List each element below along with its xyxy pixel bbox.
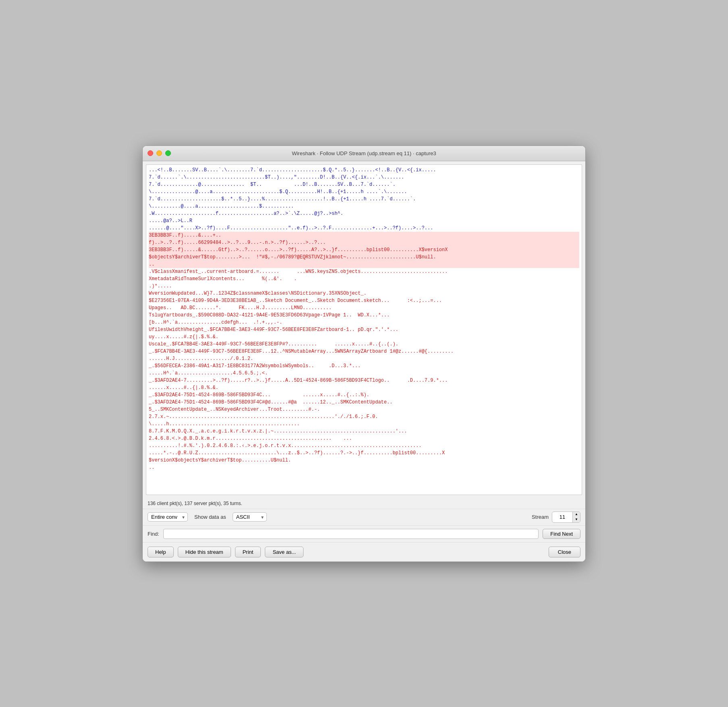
stream-line: $versionX$objectsY$archiverT$top........…	[149, 457, 579, 464]
hide-stream-button[interactable]: Hide this stream	[178, 547, 231, 557]
stream-line: 2.4.6.8.<.>.@.B.D.k.m.r.................…	[149, 435, 579, 442]
stream-line: 7.`d.............@............... $T.. .…	[149, 181, 579, 188]
help-button[interactable]: Help	[148, 547, 174, 557]
stream-line: Upages.. AD.BC.......*. FK....H.J.......…	[149, 304, 579, 312]
stream-line: $objectsY$archiverT$top........>... !"#$…	[149, 254, 579, 261]
save-as-button[interactable]: Save as...	[265, 547, 304, 557]
window-title: Wireshark · Follow UDP Stream (udp.strea…	[292, 150, 436, 156]
stream-line: \...............@....a..................…	[149, 188, 579, 195]
find-bar: Find: Find Next	[143, 525, 585, 542]
show-data-as-select-wrapper[interactable]: ASCII Hex C Arrays YAML ▼	[233, 512, 267, 522]
stream-line: 5_..SMKContentUpdate_..NSKeyedArchiver..…	[149, 406, 579, 413]
stream-down-button[interactable]: ▼	[573, 517, 580, 522]
stream-line: 7.`d.....................$..*..5..}....%…	[149, 195, 579, 203]
stream-line: \.....h.................................…	[149, 420, 579, 428]
stream-spinner: ▲ ▼	[572, 512, 580, 522]
stream-line: WversionWupdated...W}7..1234Z$classnameX…	[149, 290, 579, 297]
stream-line: Uscale_.$FCA7BB4E-3AE3-449F-93C7-56BEE8F…	[149, 341, 579, 348]
stream-line: .....*.-..@.R.U.Z.......................…	[149, 449, 579, 457]
print-button[interactable]: Print	[235, 547, 261, 557]
stream-line: ..	[149, 464, 579, 471]
stream-line: $E27356E1-07EA-4109-9D4A-3ED3E38BE1AB_..…	[149, 297, 579, 304]
stream-line: ..........!.#.%.'.).0.2.4.6.8.:.‹.>.e.j.…	[149, 442, 579, 449]
stream-line: _.$3AFD2AE4-7.........>..?f).....r?..>..…	[149, 377, 579, 384]
stream-line: uy....x.....#.z{|.$.%.&.	[149, 333, 579, 341]
stream-line: TslugYartboards_.$590C088D-DA32-4121-9A4…	[149, 312, 579, 319]
stream-line: UfilesUwidthVheight_.$FCA7BB4E-3AE3-449F…	[149, 326, 579, 333]
stream-line: 8.7.F.K.M.O.Q.X._.a.c.e.g.i.k.r.t.v.x.z.…	[149, 428, 579, 435]
stream-control: Stream ▲ ▼	[532, 512, 580, 523]
stream-line: ..	[149, 261, 579, 268]
stream-input-wrap: ▲ ▼	[552, 512, 580, 523]
stream-line: ......x.....#..{|.8.%.&.	[149, 384, 579, 391]
bottom-bar: Help Hide this stream Print Save as... C…	[143, 542, 585, 561]
stream-line: _.$FCA7BB4E-3AE3-449F-93C7-56BEE8FE3E8F.…	[149, 348, 579, 355]
stream-line: f)..>..?..f).....66299484..>..?...9...-.…	[149, 239, 579, 246]
stream-line: \..........@....a.....................$.…	[149, 203, 579, 210]
find-next-button[interactable]: Find Next	[543, 529, 580, 539]
find-input[interactable]	[163, 529, 539, 539]
minimize-window-button[interactable]	[156, 150, 162, 156]
titlebar-buttons	[148, 150, 171, 156]
stats-bar: 136 client pkt(s), 137 server pkt(s), 35…	[143, 498, 585, 509]
find-label: Find:	[148, 531, 159, 537]
maximize-window-button[interactable]	[165, 150, 171, 156]
stream-line: .V$classXmanifest_..current-artboard.=..…	[149, 268, 579, 275]
conversation-select-wrapper[interactable]: Entire conv ▼	[148, 512, 188, 522]
stream-line: ......H.J.................../.0.1.2.	[149, 355, 579, 362]
bottom-left-buttons: Help Hide this stream Print Save as...	[148, 547, 304, 557]
controls-bar: Entire conv ▼ Show data as ASCII Hex C A…	[143, 509, 585, 525]
stream-up-button[interactable]: ▲	[573, 512, 580, 517]
titlebar: Wireshark · Follow UDP Stream (udp.strea…	[143, 146, 585, 161]
show-data-as-select[interactable]: ASCII Hex C Arrays YAML	[233, 512, 267, 522]
stream-line: 2.7.x.~.................................…	[149, 413, 579, 420]
stream-line: .)*.....	[149, 283, 579, 290]
stream-line: [b...H^.`a...............cdefgh... .!.+.…	[149, 319, 579, 326]
stream-line: _.$3AFD2AE4-75D1-4524-869B-586F5BD93F4C.…	[149, 391, 579, 399]
stream-content-area[interactable]: ...<!..B.......SV..B....`.\........7.`d.…	[146, 164, 582, 495]
main-window: Wireshark · Follow UDP Stream (udp.strea…	[142, 146, 586, 562]
stream-line: ...<!..B.......SV..B....`.\........7.`d.…	[149, 166, 579, 174]
conversation-select[interactable]: Entire conv	[148, 512, 188, 522]
stream-line: 3EB3BB3F..f).....&....+..	[149, 232, 579, 239]
stream-line: XmetadataRidTnameSurlXcontents... %(..&'…	[149, 275, 579, 283]
stats-text: 136 client pkt(s), 137 server pkt(s), 35…	[148, 501, 242, 506]
stream-line: .....H^.`a...................4.5.6.5.;.<…	[149, 370, 579, 377]
close-window-button[interactable]	[148, 150, 153, 156]
stream-line: .W.....................f................…	[149, 210, 579, 217]
show-data-as-label: Show data as	[194, 514, 226, 520]
stream-line: .....@a?..>L..R	[149, 217, 579, 225]
stream-line: 3EB3BB3F..f).....&......Gtf)..>..?......…	[149, 246, 579, 254]
stream-line: 7.`d......`.\...........................…	[149, 174, 579, 181]
stream-line: ......@...."....X>..?f)....F............…	[149, 225, 579, 232]
stream-line: _.$3AFD2AE4-75D1-4524-869B-586F5BD93F4C#…	[149, 399, 579, 406]
stream-number-input[interactable]	[552, 513, 572, 521]
stream-label: Stream	[532, 514, 549, 520]
close-button[interactable]: Close	[549, 547, 580, 557]
stream-line: _.$56DFECEA-2386-49A1-A317-1E8BC83177A2W…	[149, 362, 579, 370]
